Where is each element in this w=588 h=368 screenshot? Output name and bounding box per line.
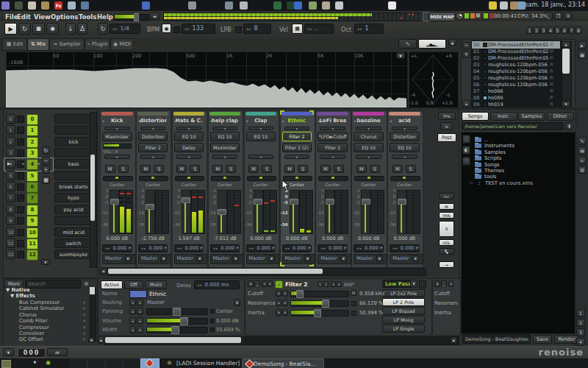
spectrum-options-button[interactable]: ▼ xyxy=(396,52,405,59)
app-icon[interactable] xyxy=(1,1,10,10)
panic-button[interactable]: ◂▸ xyxy=(150,13,159,20)
fader-track[interactable] xyxy=(361,190,370,234)
track-delay-field[interactable]: ◂ ▸0.000 ms xyxy=(174,244,204,252)
browser-preset-button-2[interactable]: 2 xyxy=(576,319,585,327)
device-scroll-down[interactable]: ▾ xyxy=(392,155,417,159)
device-button--lfo-cutoff[interactable]: *LFO►Cutoff xyxy=(318,132,348,141)
sequencer-label[interactable] xyxy=(54,148,93,158)
preset-button-8[interactable]: 8 xyxy=(576,26,582,34)
instrument-name[interactable]: roughslices-120bpm-056 0048 xyxy=(488,75,548,81)
device-scroll-up[interactable]: ▴ xyxy=(212,127,238,130)
sequencer-label[interactable] xyxy=(54,216,93,225)
instrument-autoseek-box[interactable] xyxy=(483,49,487,54)
prop-dec-button[interactable]: ◂ xyxy=(129,326,136,333)
device-next-button[interactable]: ▸ xyxy=(268,280,273,287)
track-name[interactable]: acid xyxy=(398,118,410,124)
instrument-number[interactable]: 09 xyxy=(473,102,479,107)
preset-button-1[interactable]: 1 xyxy=(526,26,533,34)
quantize-icon-button[interactable]: ↻ xyxy=(98,23,108,35)
instrument-number[interactable]: 03 xyxy=(473,62,479,68)
instrument-autoseek-box[interactable] xyxy=(483,102,487,107)
sequencer-mute-box[interactable] xyxy=(17,251,24,258)
device-scroll-down[interactable]: ▾ xyxy=(248,155,274,159)
favorite-star-icon[interactable]: ★ xyxy=(82,325,86,330)
save-button[interactable]: Save xyxy=(533,335,552,344)
solo-button[interactable]: S xyxy=(298,165,308,173)
param-inc-button[interactable]: ▸ xyxy=(282,290,288,297)
effect-item-comb-filter[interactable]: Comb Filter xyxy=(19,318,48,324)
stepper-arrows-icon[interactable]: ◂ ▸ xyxy=(392,246,398,250)
sequencer-mute-box[interactable] xyxy=(17,229,24,236)
track-name[interactable]: Ethnic xyxy=(287,118,306,124)
photo-icon[interactable] xyxy=(240,1,248,10)
routing-dropdown-arrow[interactable]: ▼ xyxy=(232,255,239,262)
preset-prev-button[interactable]: ◂ xyxy=(331,281,336,287)
device-button-maximizer[interactable]: Maximizer xyxy=(210,143,240,152)
param-dec-button[interactable]: ◂ xyxy=(276,290,282,297)
pattern-block-11[interactable]: 11 xyxy=(26,238,38,250)
track-state-mute[interactable]: Mute xyxy=(145,280,167,289)
pole-button-lp-2-pole[interactable]: LP 2 Pole xyxy=(382,298,425,306)
browser-folder-[interactable]: .. xyxy=(484,137,487,143)
device-scroll-up[interactable]: ▴ xyxy=(248,127,274,130)
routing-dropdown-arrow[interactable]: ▼ xyxy=(340,255,347,262)
pole-button-lp-single[interactable]: LP Single xyxy=(382,325,425,333)
tab-edit[interactable]: ▦ Edit xyxy=(2,38,27,51)
stepper-arrows-icon[interactable]: ◂ ▸ xyxy=(177,246,182,250)
routing-dropdown-arrow[interactable]: ▼ xyxy=(160,255,167,262)
stepper-arrows-icon[interactable]: ◂ ▸ xyxy=(184,26,190,31)
fader-knob[interactable] xyxy=(110,199,119,205)
filter-mode-arrow[interactable]: ▼ xyxy=(410,280,417,288)
sequencer-slot-number[interactable]: 3 xyxy=(6,148,15,158)
pencil-icon[interactable] xyxy=(335,1,343,10)
sequencer-mute-box[interactable] xyxy=(17,240,24,247)
instrument-autoseek-box[interactable] xyxy=(483,89,487,93)
sequencer-slot-number[interactable]: 0 xyxy=(6,114,15,124)
effect-item-bus-compressor[interactable]: Bus Compressor xyxy=(19,300,60,305)
preset-button-2[interactable]: 2 xyxy=(534,26,540,34)
fader-knob[interactable] xyxy=(290,199,298,205)
folder-icon[interactable] xyxy=(489,1,497,10)
prop-dec-button[interactable]: ◂ xyxy=(129,308,136,315)
sequencer-slot-number[interactable]: 1 xyxy=(6,125,15,135)
fader-track[interactable] xyxy=(182,190,191,234)
instrument-name[interactable]: ho066 xyxy=(488,88,503,94)
browser-icon[interactable] xyxy=(142,1,150,10)
stepper-arrows-icon[interactable]: ◂ ▸ xyxy=(285,246,290,250)
instrument-name[interactable]: roughslices-120bpm-056 0050 xyxy=(488,68,548,74)
sequencer-slot-number[interactable]: 5 xyxy=(6,171,15,180)
favorite-star-icon[interactable]: ★ xyxy=(82,330,86,336)
prop-inc-button[interactable]: ▸ xyxy=(137,326,143,333)
instrument-autoseek-box[interactable] xyxy=(483,63,487,67)
device-button-filter-2[interactable]: Filter 2 xyxy=(282,132,312,141)
track-delay-field[interactable]: ◂ ▸0.000 ms xyxy=(210,244,240,252)
track-delay-value-field[interactable]: ◂ ▸0.000 ms xyxy=(194,280,240,289)
record-button[interactable]: ● xyxy=(46,23,59,35)
mute-button[interactable]: M xyxy=(284,165,295,173)
device-button-chorus[interactable]: Chorus xyxy=(354,132,384,141)
instrument-name[interactable]: roughslices-120bpm-056 0046 xyxy=(488,62,548,68)
instrument-expand-button[interactable]: ◂▸ xyxy=(462,100,470,107)
browser-tab-samples[interactable]: Samples xyxy=(518,112,545,121)
sequencer-slot-number[interactable]: 9 xyxy=(6,216,15,225)
pattern-block-5[interactable]: 5 xyxy=(26,171,38,182)
file-expand-icon[interactable]: ▷ xyxy=(470,180,473,185)
fader-knob[interactable] xyxy=(326,199,334,205)
param-dec-button[interactable]: ◂ xyxy=(276,300,282,306)
loop-button[interactable]: ↻ xyxy=(18,23,31,35)
props-scroll-thumb[interactable] xyxy=(105,337,241,343)
bpm-tap-button[interactable]: ◉ xyxy=(162,24,171,33)
keyboard-velocity-button[interactable]: ▦ xyxy=(292,24,303,34)
music-app-icon[interactable] xyxy=(388,1,396,10)
props-scroll-left[interactable]: ◀ xyxy=(98,336,104,344)
sequencer-label-mild-acid[interactable]: mild acid xyxy=(54,227,93,237)
trash-icon[interactable] xyxy=(309,1,317,10)
partial-minimize-button[interactable]: ▁ xyxy=(441,280,447,287)
solo-button[interactable]: S xyxy=(262,165,272,173)
tab-sampler[interactable]: ≈ Sampler xyxy=(49,38,85,51)
instrument-number[interactable]: 01 xyxy=(473,49,479,54)
mixer-view-button-6[interactable]: → xyxy=(439,261,454,268)
stepper-arrows-icon[interactable]: ◂ ▸ xyxy=(307,26,312,31)
param-inc-button[interactable]: ▸ xyxy=(282,309,288,316)
fader-track[interactable] xyxy=(110,190,119,234)
